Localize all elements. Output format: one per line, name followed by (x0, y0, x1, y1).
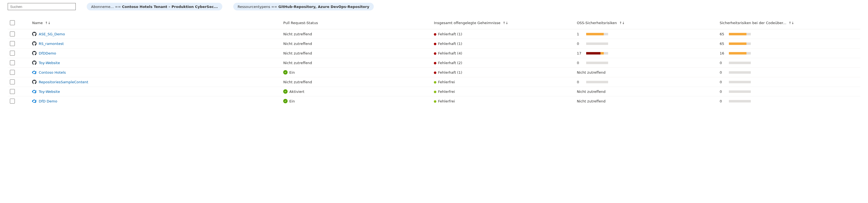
oss-risk-bar (586, 52, 608, 55)
code-risk-bar (729, 33, 751, 35)
oss-risk-value: 0 (577, 80, 583, 84)
code-risk-bar (729, 91, 751, 93)
row-checkbox[interactable] (10, 51, 15, 56)
secrets-status-text: Fehlerhaft (1) (438, 70, 462, 74)
code-risk-bar (729, 71, 751, 74)
code-risk-bar (729, 42, 751, 45)
github-icon (32, 51, 36, 55)
table-row: Contoso Hotels Ein Fehlerhaft (1)Nicht z… (8, 68, 860, 77)
row-checkbox[interactable] (10, 41, 15, 46)
code-risk-value: 0 (719, 80, 726, 84)
filter-pill-value: Contoso Hotels Tenant – Produktion Cyber… (122, 5, 218, 9)
oss-risk-value: 1 (577, 32, 583, 36)
azure-devops-icon (32, 99, 36, 103)
secrets-status-text: Fehlerhaft (2) (438, 61, 462, 65)
check-icon (283, 70, 288, 74)
status-dot-healthy (434, 91, 436, 93)
code-risk-value: 65 (719, 42, 726, 46)
code-risk-value: 0 (719, 90, 726, 94)
filter-pill-operator: == (271, 5, 277, 9)
repo-link[interactable]: Contoso Hotels (39, 70, 66, 74)
row-checkbox[interactable] (10, 60, 15, 65)
status-dot-healthy (434, 81, 436, 83)
header-secrets-label: Insgesamt offengelegte Geheimnisse (434, 21, 500, 25)
oss-risk-bar (586, 81, 608, 83)
status-dot-unhealthy (434, 71, 436, 74)
row-checkbox[interactable] (10, 32, 15, 36)
row-checkbox[interactable] (10, 70, 15, 75)
header-name-label: Name (32, 21, 42, 25)
repo-link[interactable]: DfDDemo (39, 51, 56, 55)
code-risk-value: 65 (719, 32, 726, 36)
oss-risk-na-text: Nicht zutreffend (577, 99, 606, 103)
secrets-status-text: Fehlerfrei (438, 90, 455, 94)
sort-icon: ↑↓ (788, 21, 794, 25)
row-checkbox[interactable] (10, 79, 15, 84)
sort-icon: ↑↓ (45, 21, 51, 25)
repo-link[interactable]: ASE_SG_Demo (39, 32, 65, 36)
repo-link[interactable]: DfD Demo (39, 99, 57, 103)
github-icon (32, 61, 36, 65)
filter-pill-resourcetype[interactable]: Ressourcentypens == GitHub-Repository, A… (233, 3, 374, 10)
pr-status-text: Nicht zutreffend (283, 42, 312, 46)
oss-risk-bar (586, 33, 608, 35)
table-row: Toy-Website Aktiviert FehlerfreiNicht zu… (8, 87, 860, 96)
code-risk-bar (729, 52, 751, 55)
filter-pill-value: GitHub-Repository, Azure DevOps-Reposito… (278, 5, 369, 9)
code-risk-value: 0 (719, 70, 726, 74)
search-box[interactable] (8, 3, 76, 10)
oss-risk-na-text: Nicht zutreffend (577, 90, 606, 94)
header-code-label: Sicherheitsrisiken bei der Codeüber... (719, 21, 786, 25)
status-dot-unhealthy (434, 43, 436, 45)
github-icon (32, 32, 36, 36)
status-dot-unhealthy (434, 33, 436, 36)
pr-status-text: Ein (289, 70, 295, 74)
header-oss[interactable]: OSS-Sicherheitsrisiken ↑↓ (575, 14, 718, 29)
azure-devops-icon (32, 89, 36, 94)
status-dot-healthy (434, 100, 436, 103)
repo-link[interactable]: RS_ramontest (39, 42, 64, 46)
table-row: RepositoriesSampleContentNicht zutreffen… (8, 77, 860, 87)
code-risk-bar (729, 62, 751, 64)
table-row: DfDDemoNicht zutreffendFehlerhaft (4) 17… (8, 48, 860, 58)
secrets-status-text: Fehlerhaft (1) (438, 32, 462, 36)
oss-risk-value: 0 (577, 61, 583, 65)
repositories-table: Name ↑↓ Pull Request-Status Insgesamt of… (8, 14, 860, 106)
check-icon (283, 89, 288, 94)
repo-link[interactable]: Toy-Website (39, 61, 60, 65)
pr-status-text: Aktiviert (289, 90, 304, 94)
table-row: DfD Demo Ein FehlerfreiNicht zutreffend … (8, 96, 860, 106)
sort-icon: ↑↓ (503, 21, 508, 25)
row-checkbox[interactable] (10, 99, 15, 104)
select-all-checkbox[interactable] (10, 20, 15, 25)
header-name[interactable]: Name ↑↓ (30, 14, 281, 29)
search-input[interactable] (10, 4, 74, 9)
header-pr-status[interactable]: Pull Request-Status (281, 14, 432, 29)
secrets-status-text: Fehlerhaft (1) (438, 42, 462, 46)
code-risk-bar (729, 81, 751, 83)
pr-status-text: Nicht zutreffend (283, 51, 312, 55)
filter-pill-label: Abonneme... (91, 5, 114, 9)
filter-row: Abonneme... == Contoso Hotels Tenant – P… (8, 3, 860, 14)
row-checkbox[interactable] (10, 89, 15, 94)
table-row: RS_ramontestNicht zutreffendFehlerhaft (… (8, 39, 860, 48)
table-row: Toy-WebsiteNicht zutreffendFehlerhaft (2… (8, 58, 860, 68)
filter-pill-subscription[interactable]: Abonneme... == Contoso Hotels Tenant – P… (87, 3, 222, 10)
pr-status-text: Ein (289, 99, 295, 103)
repo-link[interactable]: Toy-Website (39, 90, 60, 94)
oss-risk-value: 17 (577, 51, 583, 55)
code-risk-bar (729, 100, 751, 102)
sort-icon: ↑↓ (619, 21, 625, 25)
oss-risk-value: 0 (577, 42, 583, 46)
oss-risk-bar (586, 62, 608, 64)
header-secrets[interactable]: Insgesamt offengelegte Geheimnisse ↑↓ (432, 14, 575, 29)
oss-risk-na-text: Nicht zutreffend (577, 70, 606, 74)
pr-status-text: Nicht zutreffend (283, 61, 312, 65)
pr-status-text: Nicht zutreffend (283, 80, 312, 84)
code-risk-value: 0 (719, 61, 726, 65)
github-icon (32, 80, 36, 84)
secrets-status-text: Fehlerhaft (4) (438, 51, 462, 55)
filter-pill-label: Ressourcentypens (238, 5, 270, 9)
repo-link[interactable]: RepositoriesSampleContent (39, 80, 88, 84)
header-code[interactable]: Sicherheitsrisiken bei der Codeüber... ↑… (717, 14, 860, 29)
